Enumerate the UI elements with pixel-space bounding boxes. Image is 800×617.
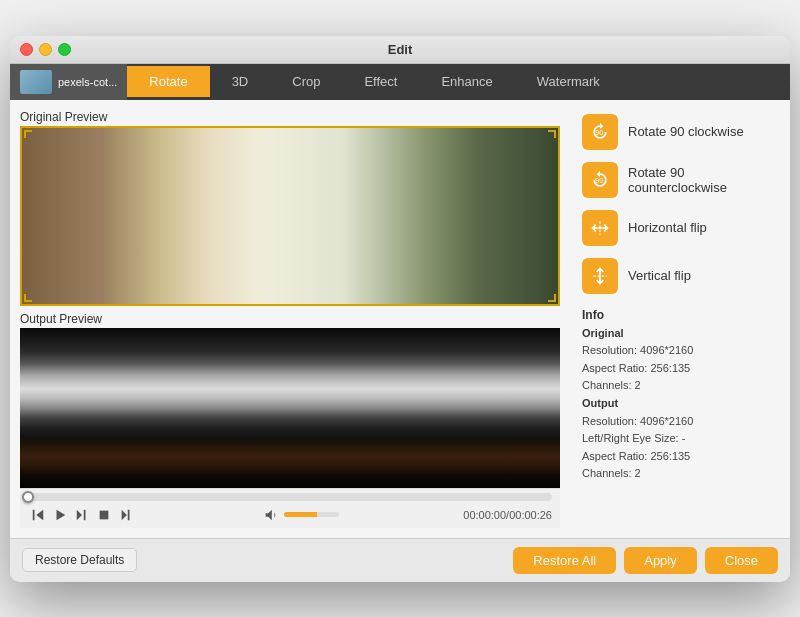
right-panel: 90 Rotate 90 clockwise 90 Rotate 90 coun… [570,100,790,538]
info-section: Info Original Resolution: 4096*2160 Aspe… [582,306,778,484]
original-aspect: Aspect Ratio: 256:135 [582,360,778,378]
output-eye-size: Left/Right Eye Size: - [582,430,778,448]
original-preview-section: Original Preview [20,110,560,306]
play-icon [53,508,67,522]
tab-enhance[interactable]: Enhance [419,66,514,97]
rotate-cw-svg: 90 [590,122,610,142]
rotate-counterclockwise-action[interactable]: 90 Rotate 90 counterclockwise [582,160,778,200]
tab-watermark[interactable]: Watermark [515,66,622,97]
playback-controls [28,506,136,524]
vflip-svg [590,266,610,286]
rotate-clockwise-icon: 90 [582,114,618,150]
rotate-counterclockwise-label: Rotate 90 counterclockwise [628,165,778,195]
output-preview-image [20,328,560,488]
bottom-bar: Restore Defaults Restore All Apply Close [10,538,790,582]
skip-forward-icon [75,508,89,522]
vertical-flip-action[interactable]: Vertical flip [582,256,778,296]
info-title: Info [582,306,778,325]
video-controls: 00:00:00/00:00:26 [20,488,560,528]
original-preview-label: Original Preview [20,110,560,124]
volume-row [260,506,339,524]
original-channels: Channels: 2 [582,377,778,395]
output-preview-section: Output Preview [20,312,560,528]
skip-back-button[interactable] [28,506,48,524]
progress-bar[interactable] [28,493,552,501]
output-aspect: Aspect Ratio: 256:135 [582,448,778,466]
close-traffic-light[interactable] [20,43,33,56]
rotate-actions: 90 Rotate 90 clockwise 90 Rotate 90 coun… [582,112,778,296]
restore-defaults-button[interactable]: Restore Defaults [22,548,137,572]
stop-button[interactable] [94,506,114,524]
title-bar: Edit [10,36,790,64]
apply-button[interactable]: Apply [624,547,697,574]
volume-bar[interactable] [284,512,339,517]
output-preview-frame [20,328,560,488]
output-channels: Channels: 2 [582,465,778,483]
close-button[interactable]: Close [705,547,778,574]
main-content: Original Preview Output Preview [10,100,790,538]
rotate-counterclockwise-icon: 90 [582,162,618,198]
play-button[interactable] [50,506,70,524]
corner-br [548,294,556,302]
corner-bl [24,294,32,302]
preview-area: Original Preview Output Preview [10,100,570,538]
vertical-flip-label: Vertical flip [628,268,691,283]
toolbar: pexels-cot... Rotate 3D Crop Effect Enha… [10,64,790,100]
tab-3d[interactable]: 3D [210,66,271,97]
window-title: Edit [388,42,413,57]
rotate-clockwise-action[interactable]: 90 Rotate 90 clockwise [582,112,778,152]
progress-knob[interactable] [22,491,34,503]
file-name: pexels-cot... [58,76,117,88]
rotate-ccw-svg: 90 [590,170,610,190]
time-display: 00:00:00/00:00:26 [463,509,552,521]
horizontal-flip-action[interactable]: Horizontal flip [582,208,778,248]
corner-tl [24,130,32,138]
restore-all-button[interactable]: Restore All [513,547,616,574]
horizontal-flip-label: Horizontal flip [628,220,707,235]
volume-icon [263,508,277,522]
file-thumbnail [20,70,52,94]
stop-icon [97,508,111,522]
skip-forward-button[interactable] [72,506,92,524]
volume-fill [284,512,317,517]
maximize-traffic-light[interactable] [58,43,71,56]
end-icon [119,508,133,522]
skip-back-icon [31,508,45,522]
tab-effect[interactable]: Effect [342,66,419,97]
minimize-traffic-light[interactable] [39,43,52,56]
traffic-lights [20,43,71,56]
bottom-right-buttons: Restore All Apply Close [513,547,778,574]
end-button[interactable] [116,506,136,524]
edit-tabs: Rotate 3D Crop Effect Enhance Watermark [127,66,790,97]
output-preview-label: Output Preview [20,312,560,326]
original-resolution: Resolution: 4096*2160 [582,342,778,360]
tab-crop[interactable]: Crop [270,66,342,97]
original-preview-frame [20,126,560,306]
svg-text:90: 90 [595,176,603,185]
controls-row: 00:00:00/00:00:26 [28,506,552,524]
volume-button[interactable] [260,506,280,524]
corner-tr [548,130,556,138]
vertical-flip-icon [582,258,618,294]
svg-rect-0 [100,510,109,519]
tab-rotate[interactable]: Rotate [127,66,209,97]
output-section-label: Output [582,395,778,413]
file-tab[interactable]: pexels-cot... [10,64,127,100]
horizontal-flip-icon [582,210,618,246]
svg-text:90: 90 [595,128,603,137]
hflip-svg [590,218,610,238]
rotate-clockwise-label: Rotate 90 clockwise [628,124,744,139]
original-preview-image [22,128,558,304]
original-section-label: Original [582,325,778,343]
main-window: Edit pexels-cot... Rotate 3D Crop Effect… [10,36,790,582]
output-resolution: Resolution: 4096*2160 [582,413,778,431]
